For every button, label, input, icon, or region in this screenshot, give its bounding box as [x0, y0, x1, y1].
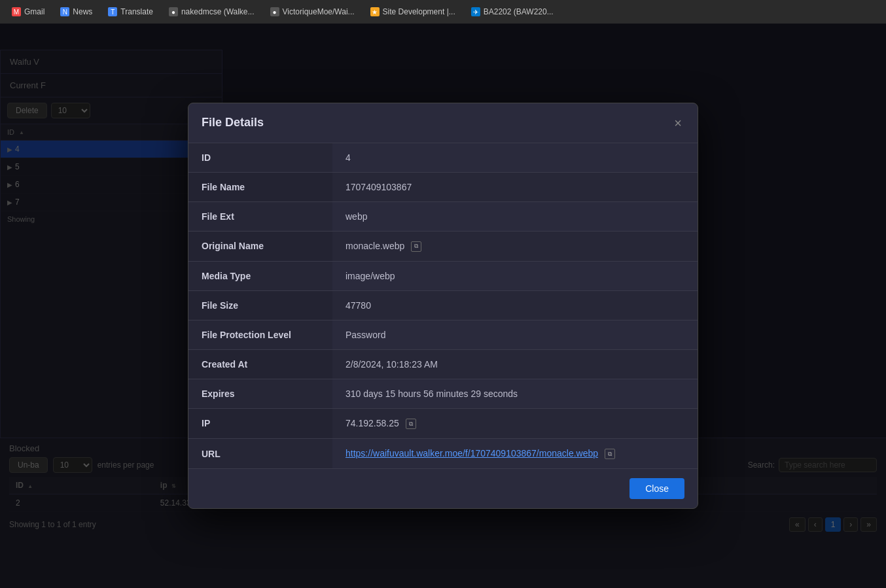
tab-news[interactable]: N News: [54, 5, 99, 19]
flight-icon: ✈: [471, 7, 480, 16]
detail-row-createdat: Created At 2/8/2024, 10:18:23 AM: [188, 349, 698, 379]
detail-label-protection: File Protection Level: [188, 320, 332, 349]
browser-tab-bar: M Gmail N News T Translate ● nakedmcse (…: [0, 0, 886, 24]
close-button[interactable]: Close: [629, 478, 684, 499]
detail-row-expires: Expires 310 days 15 hours 56 minutes 29 …: [188, 379, 698, 408]
modal-footer: Close: [188, 468, 698, 508]
translate-icon: T: [108, 7, 117, 16]
detail-label-fileext: File Ext: [188, 201, 332, 231]
detail-row-fileext: File Ext webp: [188, 201, 698, 231]
detail-value-url: https://waifuvault.walker.moe/f/17074091…: [332, 439, 698, 469]
tab-ba2202[interactable]: ✈ BA2202 (BAW220...: [465, 5, 560, 19]
detail-row-filename: File Name 1707409103867: [188, 172, 698, 201]
detail-row-originalname: Original Name monacle.webp ⧉: [188, 231, 698, 261]
detail-label-ip: IP: [188, 408, 332, 438]
tab-ba2202-label: BA2202 (BAW220...: [484, 7, 554, 16]
detail-value-filename: 1707409103867: [332, 172, 698, 201]
tab-victorique[interactable]: ● VictoriqueMoe/Wai...: [264, 5, 361, 19]
tab-gmail-label: Gmail: [24, 7, 44, 16]
copy-originalname-icon[interactable]: ⧉: [411, 241, 421, 252]
modal-body: ID 4 File Name 1707409103867 File Ext we…: [188, 143, 698, 469]
tab-site-dev[interactable]: ★ Site Development |...: [364, 5, 462, 19]
modal-overlay: File Details × ID 4 File Name 1707409103…: [0, 24, 886, 588]
detail-value-createdat: 2/8/2024, 10:18:23 AM: [332, 349, 698, 379]
copy-ip-icon[interactable]: ⧉: [406, 419, 416, 429]
detail-value-mediatype: image/webp: [332, 261, 698, 290]
detail-label-mediatype: Media Type: [188, 261, 332, 290]
detail-value-expires: 310 days 15 hours 56 minutes 29 seconds: [332, 379, 698, 408]
detail-label-createdat: Created At: [188, 349, 332, 379]
tab-translate-label: Translate: [120, 7, 153, 16]
github-icon-1: ●: [169, 7, 178, 16]
modal-title: File Details: [202, 116, 264, 130]
detail-value-protection: Password: [332, 320, 698, 349]
tab-gmail[interactable]: M Gmail: [5, 5, 51, 19]
detail-row-mediatype: Media Type image/webp: [188, 261, 698, 290]
modal-header: File Details ×: [188, 103, 698, 143]
tab-news-label: News: [73, 7, 92, 16]
detail-value-fileext: webp: [332, 201, 698, 231]
detail-label-id: ID: [188, 143, 332, 173]
detail-row-url: URL https://waifuvault.walker.moe/f/1707…: [188, 439, 698, 469]
detail-table: ID 4 File Name 1707409103867 File Ext we…: [188, 143, 698, 469]
detail-value-id: 4: [332, 143, 698, 173]
tab-nakedmcse[interactable]: ● nakedmcse (Walke...: [162, 5, 261, 19]
modal-close-button[interactable]: ×: [671, 114, 684, 132]
file-details-modal: File Details × ID 4 File Name 1707409103…: [188, 103, 698, 510]
tab-victorique-label: VictoriqueMoe/Wai...: [283, 7, 355, 16]
url-link[interactable]: https://waifuvault.walker.moe/f/17074091…: [346, 448, 598, 458]
gmail-icon: M: [12, 7, 21, 16]
detail-value-ip: 74.192.58.25 ⧉: [332, 408, 698, 438]
tab-nakedmcse-label: nakedmcse (Walke...: [181, 7, 255, 16]
detail-label-filesize: File Size: [188, 290, 332, 320]
detail-row-id: ID 4: [188, 143, 698, 173]
detail-row-ip: IP 74.192.58.25 ⧉: [188, 408, 698, 438]
detail-label-url: URL: [188, 439, 332, 469]
detail-value-filesize: 47780: [332, 290, 698, 320]
github-icon-2: ●: [270, 7, 279, 16]
tab-site-dev-label: Site Development |...: [383, 7, 455, 16]
detail-label-filename: File Name: [188, 172, 332, 201]
page-background: Waifu V Current F Delete 10 ID ▲ ▶ 4 58.…: [0, 24, 886, 588]
copy-url-icon[interactable]: ⧉: [605, 449, 615, 459]
detail-label-expires: Expires: [188, 379, 332, 408]
bookmark-icon: ★: [370, 7, 380, 16]
news-icon: N: [60, 7, 69, 16]
detail-row-protection: File Protection Level Password: [188, 320, 698, 349]
detail-value-originalname: monacle.webp ⧉: [332, 231, 698, 261]
tab-translate[interactable]: T Translate: [101, 5, 160, 19]
detail-row-filesize: File Size 47780: [188, 290, 698, 320]
detail-label-originalname: Original Name: [188, 231, 332, 261]
